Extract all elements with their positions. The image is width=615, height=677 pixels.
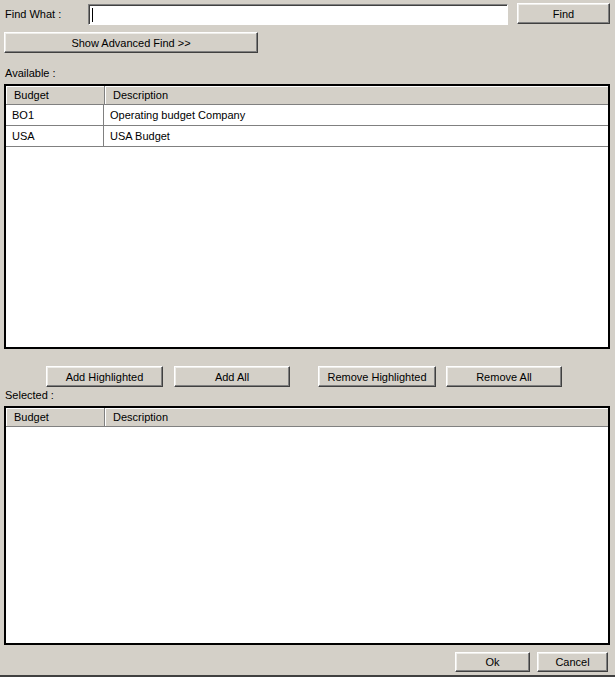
remove-all-button[interactable]: Remove All <box>446 366 562 387</box>
show-advanced-find-button[interactable]: Show Advanced Find >> <box>4 32 258 53</box>
find-what-input[interactable] <box>88 4 508 25</box>
available-row-bo1[interactable]: BO1 Operating budget Company <box>6 105 608 126</box>
text-caret <box>92 8 93 22</box>
description-cell: Operating budget Company <box>104 105 608 125</box>
cancel-button[interactable]: Cancel <box>537 652 608 672</box>
column-header-budget[interactable]: Budget <box>6 408 104 426</box>
available-list-header: Budget Description <box>6 86 608 105</box>
available-label: Available : <box>5 67 56 79</box>
selected-list[interactable]: Budget Description <box>4 406 610 645</box>
column-header-description[interactable]: Description <box>104 408 608 426</box>
available-list[interactable]: Budget Description BO1 Operating budget … <box>4 84 610 349</box>
add-all-button[interactable]: Add All <box>174 366 290 387</box>
column-header-budget[interactable]: Budget <box>6 86 104 104</box>
ok-button[interactable]: Ok <box>455 652 530 672</box>
find-what-label: Find What : <box>5 8 61 20</box>
add-highlighted-button[interactable]: Add Highlighted <box>46 366 163 387</box>
budget-cell: USA <box>6 126 104 146</box>
budget-cell: BO1 <box>6 105 104 125</box>
remove-highlighted-button[interactable]: Remove Highlighted <box>318 366 436 387</box>
description-cell: USA Budget <box>104 126 608 146</box>
available-row-usa[interactable]: USA USA Budget <box>6 126 608 147</box>
find-button[interactable]: Find <box>517 3 610 24</box>
selected-label: Selected : <box>5 389 54 401</box>
column-header-description[interactable]: Description <box>104 86 608 104</box>
find-what-input-field[interactable] <box>92 7 505 22</box>
selected-list-header: Budget Description <box>6 408 608 427</box>
